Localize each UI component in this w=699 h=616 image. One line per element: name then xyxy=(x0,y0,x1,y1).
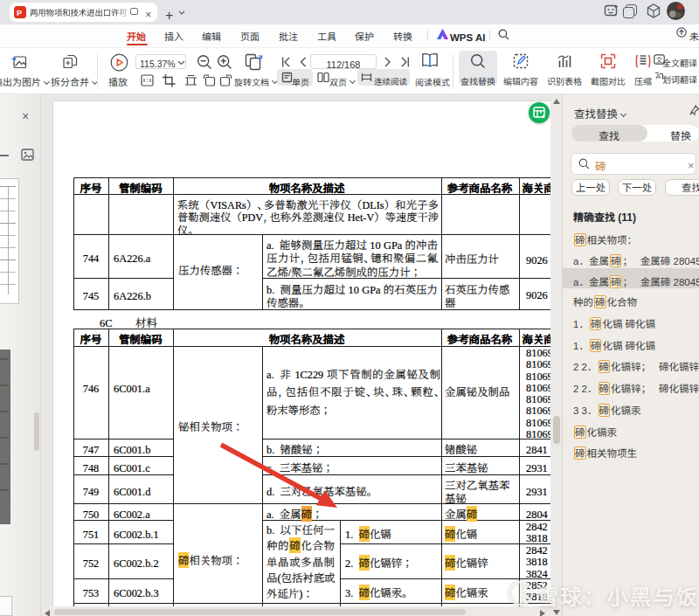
svg-text:文: 文 xyxy=(656,56,662,64)
